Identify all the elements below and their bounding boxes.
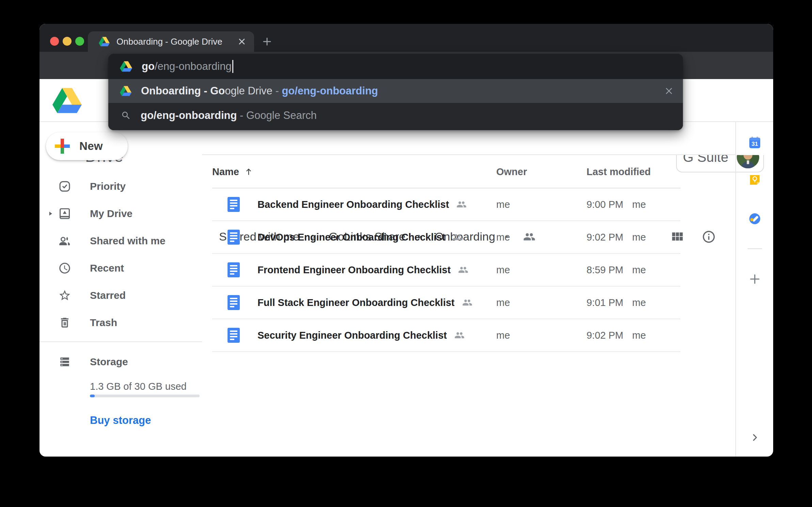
shared-people-icon — [454, 330, 465, 340]
suggestion-title-rest: ogle Drive — [225, 85, 272, 97]
file-row[interactable]: Security Engineer Onboarding Checklist m… — [212, 319, 681, 352]
sidebar-item-starred[interactable]: Starred — [40, 282, 202, 309]
drive-favicon — [120, 61, 132, 72]
file-name: Security Engineer Onboarding Checklist — [257, 330, 447, 341]
search-icon — [121, 110, 131, 121]
storage-icon — [58, 355, 71, 368]
file-modified: 9:00 PMme — [587, 199, 646, 210]
file-table-header: Name Owner Last modified — [212, 155, 681, 188]
tab-bar: Onboarding - Google Drive — [40, 24, 773, 52]
new-button-label: New — [79, 140, 103, 153]
file-name: Frontend Engineer Onboarding Checklist — [257, 264, 451, 276]
file-modified: 9:02 PMme — [587, 232, 646, 243]
suggestion-query: go/eng-onboarding — [141, 109, 237, 122]
file-owner: me — [496, 199, 510, 210]
suggestion-google-search[interactable]: go/eng-onboarding - Google Search — [108, 103, 683, 130]
storage-progress-fill — [90, 395, 95, 397]
file-name: DevOps Engineer Onboarding Checklist — [257, 232, 445, 243]
file-owner: me — [496, 264, 510, 276]
new-tab-button[interactable] — [256, 31, 278, 52]
star-icon — [58, 289, 71, 302]
file-modified: 9:02 PMme — [587, 330, 646, 341]
file-row[interactable]: Backend Engineer Onboarding Checklist me… — [212, 188, 681, 221]
file-modified: 8:59 PMme — [587, 264, 646, 276]
google-calendar-icon[interactable]: 31 — [749, 136, 761, 149]
storage-progress-bar — [90, 395, 200, 397]
tab-close-icon[interactable] — [238, 37, 246, 46]
collapse-panel-chevron-icon[interactable] — [750, 433, 760, 442]
sidebar-item-shared-with-me[interactable]: Shared with me — [40, 227, 202, 255]
close-window-button[interactable] — [50, 37, 59, 46]
omnibox-dropdown: go/eng-onboarding Onboarding - Google Dr… — [108, 54, 683, 130]
shared-people-icon — [456, 199, 467, 210]
google-doc-icon — [228, 197, 240, 212]
sort-ascending-icon — [244, 167, 253, 176]
url-completion-text: /eng-onboarding — [155, 60, 232, 73]
column-name[interactable]: Name — [212, 166, 253, 178]
suggestion-title-bold: Onboarding - Go — [141, 85, 225, 97]
drive-logo[interactable] — [52, 88, 82, 113]
shared-with-me-icon — [58, 234, 71, 247]
browser-window: Onboarding - Google Drive — [40, 24, 773, 457]
file-owner: me — [496, 297, 510, 308]
divider — [748, 248, 762, 249]
column-last-modified[interactable]: Last modified — [587, 166, 651, 178]
shared-people-icon — [453, 232, 463, 242]
shared-people-icon — [462, 297, 472, 308]
google-doc-icon — [228, 295, 240, 310]
file-owner: me — [496, 232, 510, 243]
tab-title: Onboarding - Google Drive — [116, 36, 222, 47]
divider — [40, 341, 202, 342]
clock-icon — [58, 262, 71, 275]
minimize-window-button[interactable] — [63, 37, 72, 46]
buy-storage-link[interactable]: Buy storage — [90, 414, 151, 427]
file-row[interactable]: DevOps Engineer Onboarding Checklist me … — [212, 221, 681, 254]
trash-icon — [58, 316, 71, 329]
column-owner[interactable]: Owner — [496, 166, 527, 178]
add-panel-icon[interactable] — [748, 272, 762, 286]
google-tasks-icon[interactable] — [749, 213, 761, 225]
file-row[interactable]: Frontend Engineer Onboarding Checklist m… — [212, 254, 681, 287]
plus-multicolor-icon — [55, 139, 70, 154]
text-caret — [232, 60, 233, 73]
drive-favicon — [99, 37, 110, 46]
file-row[interactable]: Full Stack Engineer Onboarding Checklist… — [212, 287, 681, 319]
divider — [735, 122, 736, 457]
google-doc-icon — [228, 328, 240, 343]
priority-icon — [58, 180, 71, 193]
sidebar-item-priority[interactable]: Priority — [40, 173, 202, 200]
file-owner: me — [496, 330, 510, 341]
browser-tab[interactable]: Onboarding - Google Drive — [88, 31, 254, 52]
zoom-window-button[interactable] — [75, 37, 84, 46]
remove-suggestion-icon[interactable] — [665, 87, 673, 95]
svg-text:31: 31 — [752, 141, 758, 147]
file-modified: 9:01 PMme — [587, 297, 646, 308]
url-input[interactable]: go/eng-onboarding — [108, 54, 683, 79]
file-name: Full Stack Engineer Onboarding Checklist — [257, 297, 455, 308]
new-button[interactable]: New — [46, 132, 128, 160]
sidebar-item-storage[interactable]: Storage — [40, 348, 202, 375]
google-doc-icon — [228, 262, 240, 277]
info-icon[interactable] — [702, 230, 716, 244]
url-typed-text: go — [142, 60, 155, 73]
sidebar-item-recent[interactable]: Recent — [40, 255, 202, 282]
suggestion-drive-result[interactable]: Onboarding - Google Drive - go/eng-onboa… — [108, 79, 683, 103]
shared-people-icon — [458, 265, 468, 275]
suggestion-url: go/eng-onboarding — [282, 85, 378, 97]
drive-favicon — [120, 86, 131, 96]
my-drive-icon — [58, 207, 71, 220]
file-name: Backend Engineer Onboarding Checklist — [257, 199, 449, 210]
storage-usage-text: 1.3 GB of 30 GB used — [90, 381, 187, 392]
sidebar-item-trash[interactable]: Trash — [40, 309, 202, 336]
google-doc-icon — [228, 230, 240, 245]
sidebar-item-my-drive[interactable]: My Drive — [40, 200, 202, 227]
google-keep-icon[interactable] — [749, 174, 761, 186]
